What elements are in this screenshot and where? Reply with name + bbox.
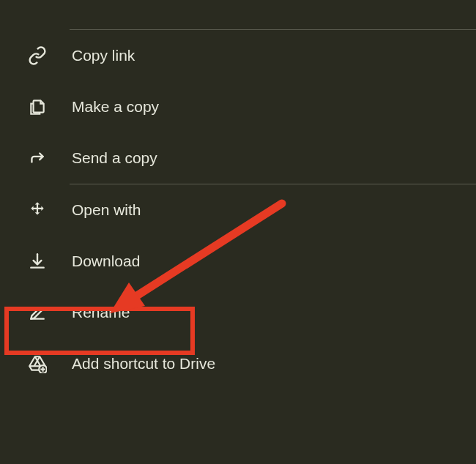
menu-item-make-copy[interactable]: Make a copy bbox=[0, 81, 476, 132]
menu-item-label: Add shortcut to Drive bbox=[72, 355, 215, 373]
menu-item-label: Open with bbox=[72, 201, 141, 219]
link-icon bbox=[26, 45, 48, 67]
download-icon bbox=[26, 250, 48, 272]
context-menu: Copy link Make a copy Send a copy Ope bbox=[0, 0, 476, 389]
menu-item-send-copy[interactable]: Send a copy bbox=[0, 132, 476, 184]
menu-item-label: Send a copy bbox=[72, 149, 157, 167]
menu-item-label: Make a copy bbox=[72, 98, 159, 116]
drive-add-icon bbox=[26, 353, 48, 375]
menu-item-label: Download bbox=[72, 252, 140, 270]
copy-icon bbox=[26, 96, 48, 118]
menu-item-label: Rename bbox=[72, 304, 130, 321]
menu-item-open-with[interactable]: Open with bbox=[0, 184, 476, 236]
menu-item-copy-link[interactable]: Copy link bbox=[0, 30, 476, 81]
menu-item-label: Copy link bbox=[72, 47, 135, 64]
move-icon bbox=[26, 199, 48, 221]
menu-item-add-shortcut[interactable]: Add shortcut to Drive bbox=[0, 338, 476, 389]
menu-item-download[interactable]: Download bbox=[0, 236, 476, 287]
edit-icon bbox=[26, 302, 48, 323]
menu-item-rename[interactable]: Rename bbox=[0, 287, 476, 338]
arrow-turn-icon bbox=[26, 147, 48, 169]
